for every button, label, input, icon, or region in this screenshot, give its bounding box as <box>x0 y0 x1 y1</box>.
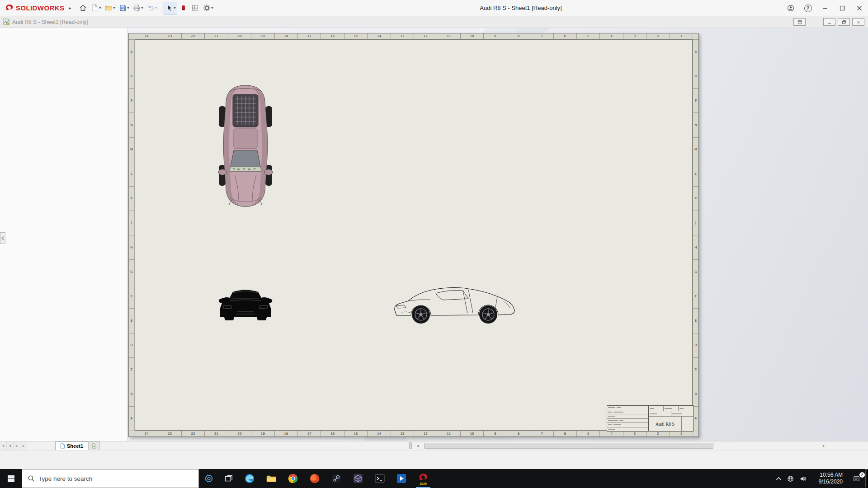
doc-restore-button[interactable] <box>838 18 850 26</box>
terminal-button[interactable] <box>369 469 391 488</box>
print-button[interactable]: ▾ <box>131 2 145 14</box>
dropdown-caret[interactable]: ▾ <box>141 6 143 10</box>
edge-button[interactable] <box>239 469 260 488</box>
taskbar-search-box[interactable] <box>22 469 199 488</box>
minimize-button[interactable] <box>816 0 834 16</box>
tabs-scrollbar-splitter[interactable] <box>409 442 412 449</box>
drawing-view-top[interactable] <box>217 84 274 208</box>
solidworks-2020-button[interactable]: 2020 <box>412 469 434 488</box>
horizontal-scrollbar[interactable]: ◂ ▸ <box>414 441 827 450</box>
new-document-button[interactable]: ▾ <box>89 2 103 14</box>
ruler-zone-label: C <box>693 357 698 382</box>
task-view-button[interactable] <box>219 469 239 488</box>
doc-close-button[interactable] <box>852 18 864 26</box>
maximize-button[interactable] <box>834 0 851 16</box>
ruler-zone-label: 2 <box>646 431 669 436</box>
scroll-right-button[interactable]: ▸ <box>820 441 827 450</box>
cube-app-button[interactable] <box>347 469 369 488</box>
title-bar: SOLIDWORKS ▸ ▾ ▾ ▾ ▾ <box>0 0 868 16</box>
sheet-tab-label: Sheet1 <box>67 443 83 449</box>
doc-close-icon <box>856 20 861 24</box>
media-app-button[interactable] <box>391 469 412 488</box>
solidworks-year-label: 2020 <box>420 482 427 485</box>
sheet-properties-button[interactable] <box>189 2 201 14</box>
ruler-zone-label: 17 <box>297 431 321 436</box>
sheet-nav-button[interactable]: ▸ <box>20 441 27 450</box>
feature-manager-panel[interactable] <box>0 28 127 441</box>
close-button[interactable] <box>851 0 868 16</box>
ruler-zone-label: G <box>129 259 134 284</box>
cortana-button[interactable] <box>199 469 219 488</box>
select-tool-button[interactable]: ▾ <box>164 2 177 14</box>
ruler-zone-label: 15 <box>344 431 367 436</box>
open-button[interactable]: ▾ <box>103 2 117 14</box>
scrollbar-track[interactable] <box>421 441 820 450</box>
search-icon <box>28 475 35 482</box>
appearance-icon <box>179 4 187 12</box>
minimize-icon <box>821 5 829 12</box>
edge-icon <box>244 473 255 484</box>
sheet-nav-button[interactable]: ◂ <box>0 441 7 450</box>
network-button[interactable] <box>784 469 797 488</box>
firefox-button[interactable] <box>304 469 326 488</box>
undo-button[interactable]: ▾ <box>145 2 159 14</box>
home-button[interactable] <box>77 2 89 14</box>
dropdown-caret[interactable]: ▾ <box>99 6 101 10</box>
chrome-button[interactable] <box>282 469 304 488</box>
sheet-nav-button[interactable]: ▸ <box>14 441 20 450</box>
account-icon <box>787 5 794 12</box>
ruler-zone-label: 6 <box>553 33 576 39</box>
ruler-zone-label: 4 <box>599 33 623 39</box>
start-button[interactable] <box>0 469 22 488</box>
options-button[interactable]: ▾ <box>201 2 215 14</box>
ruler-zone-label: C <box>129 357 134 382</box>
dropdown-caret[interactable]: ▾ <box>113 6 115 10</box>
scroll-left-button[interactable]: ◂ <box>414 441 421 450</box>
dropdown-caret[interactable]: ▾ <box>174 6 175 10</box>
ruler-zone-label: 8 <box>507 33 530 39</box>
ruler-zone-label: G <box>693 259 698 284</box>
network-globe-icon <box>787 475 794 482</box>
save-button[interactable]: ▾ <box>117 2 131 14</box>
menu-expand-button[interactable]: ▸ <box>69 5 71 10</box>
panel-collapse-tab[interactable] <box>0 232 5 244</box>
action-center-button[interactable]: 2 <box>847 469 865 488</box>
ruler-zone-label: 24 <box>135 33 158 39</box>
title-block[interactable]: Audi R8 S <box>607 405 693 432</box>
ruler-zone-label: 12 <box>414 431 437 436</box>
ruler-zone-label: R <box>129 64 134 88</box>
dropdown-caret[interactable]: ▾ <box>127 6 129 10</box>
doc-new-window-button[interactable] <box>793 18 806 26</box>
ruler-zone-label: 16 <box>321 431 344 436</box>
drawing-view-side[interactable] <box>392 284 519 326</box>
taskbar-clock[interactable]: 10:56 AM 9/16/2020 <box>809 469 847 488</box>
help-button[interactable]: ? <box>799 0 816 16</box>
drawing-view-front[interactable] <box>217 286 274 324</box>
ruler-zone-label: 20 <box>228 33 251 39</box>
ruler-zone-label: 10 <box>460 33 483 39</box>
doc-minimize-button[interactable] <box>823 18 835 26</box>
graphics-area[interactable]: 242322212019181716151413121110987654321 … <box>0 28 868 441</box>
search-input[interactable] <box>38 475 174 482</box>
volume-button[interactable] <box>797 469 809 488</box>
ruler-zone-label: D <box>129 333 134 357</box>
steam-button[interactable] <box>326 469 347 488</box>
dropdown-caret[interactable]: ▾ <box>211 6 213 10</box>
toolbar-divider <box>161 3 161 13</box>
gear-icon <box>203 4 211 12</box>
drawing-sheet[interactable]: 242322212019181716151413121110987654321 … <box>128 33 699 437</box>
account-button[interactable] <box>782 0 799 16</box>
dropdown-caret[interactable]: ▾ <box>155 6 157 10</box>
add-sheet-button[interactable] <box>88 441 100 450</box>
ruler-zone-label: P <box>693 88 698 113</box>
scrollbar-thumb[interactable] <box>424 443 713 449</box>
ruler-zone-label: 11 <box>437 33 460 39</box>
appearance-button[interactable] <box>178 2 189 14</box>
tray-overflow-button[interactable] <box>773 469 784 488</box>
ruler-zone-label: N <box>129 113 134 137</box>
ruler-zone-label: B <box>129 382 134 406</box>
file-explorer-button[interactable] <box>260 469 282 488</box>
sheet1-tab[interactable]: Sheet1 <box>55 441 88 450</box>
show-desktop-button[interactable] <box>865 469 868 488</box>
sheet-nav-button[interactable]: ◂ <box>7 441 14 450</box>
